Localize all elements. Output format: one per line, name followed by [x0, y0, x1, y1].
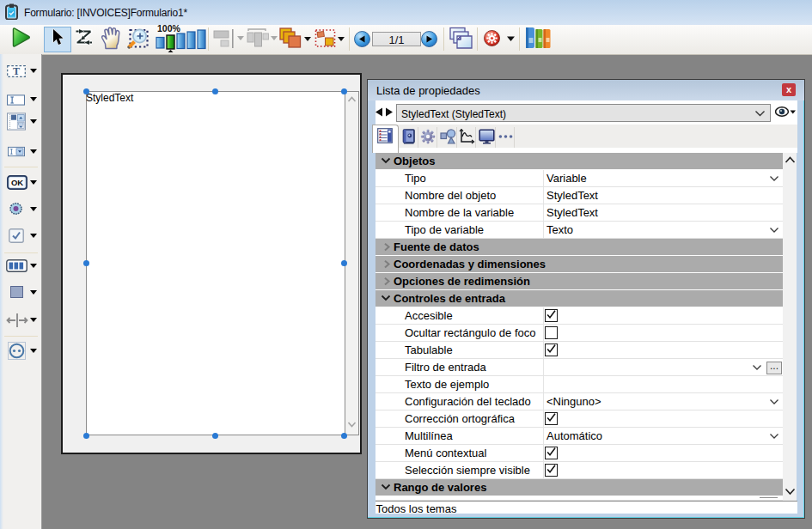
svg-text:T: T — [13, 65, 20, 77]
svg-text:OK: OK — [11, 178, 23, 187]
